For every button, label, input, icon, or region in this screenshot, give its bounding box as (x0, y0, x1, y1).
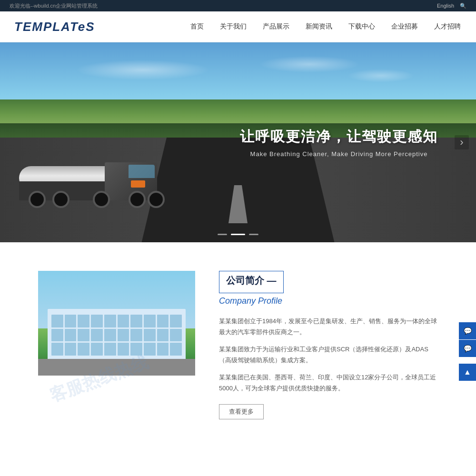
hero-title-zh: 让呼吸更洁净，让驾驶更感知 (240, 127, 438, 147)
window (78, 315, 89, 327)
hero-clouds (0, 47, 476, 104)
truck-wheel-3 (93, 191, 110, 208)
window (104, 329, 116, 342)
window (65, 343, 77, 356)
window (118, 343, 129, 356)
truck-wheel-5 (148, 191, 165, 208)
window (130, 315, 142, 327)
float-qq-button[interactable]: 💬 (459, 322, 476, 339)
window (78, 329, 89, 342)
window (144, 315, 156, 327)
window (157, 343, 169, 356)
company-desc-3: 某某集团已在美国、墨西哥、荷兰、印度、中国设立12家分子公司，全球员工近5000… (219, 372, 438, 394)
company-img-building (48, 309, 186, 361)
nav-products[interactable]: 产品展示 (262, 20, 290, 33)
window (51, 315, 63, 327)
window (170, 329, 182, 342)
back-to-top-button[interactable]: ▲ (459, 364, 476, 381)
company-img-windows (48, 309, 186, 361)
hero-banner: 让呼吸更洁净，让驾驶更感知 Make Breathing Cleaner, Ma… (0, 42, 476, 242)
window (65, 315, 77, 327)
nav-talent[interactable]: 人才招聘 (433, 20, 462, 33)
main-nav: 首页 关于我们 产品展示 新闻资讯 下载中心 企业招募 人才招聘 (189, 20, 462, 33)
nav-home[interactable]: 首页 (189, 20, 205, 33)
window (157, 315, 169, 327)
company-content: 公司简介 — Company Profile 某某集团创立于1984年，发展至今… (219, 271, 438, 419)
company-section: 公司简介 — Company Profile 某某集团创立于1984年，发展至今… (0, 242, 476, 448)
window (51, 343, 63, 356)
window (91, 315, 103, 327)
logo[interactable]: TEMPLATeS (14, 20, 95, 34)
truck-wheel-1 (29, 191, 46, 208)
truck-windshield (129, 165, 155, 178)
window (130, 329, 142, 342)
company-img-road (38, 359, 195, 376)
window (170, 315, 182, 327)
company-section-wrapper: 公司简介 — Company Profile 某某集团创立于1984年，发展至今… (0, 242, 476, 448)
window (51, 329, 63, 342)
float-wechat-button[interactable]: 💬 (459, 340, 476, 357)
window (144, 343, 156, 356)
window (170, 343, 182, 356)
company-desc-2: 某某集团致力于为运输行业和工业客户提供SCR（选择性催化还原）及ADAS（高级驾… (219, 344, 438, 366)
read-more-button[interactable]: 查看更多 (219, 404, 264, 419)
company-title-zh: 公司简介 — (226, 274, 277, 287)
welcome-text: 欢迎光临--wbuild.cn企业网站管理系统 (10, 2, 98, 10)
language-switch[interactable]: English (437, 3, 454, 9)
company-image (38, 271, 195, 376)
slider-dots (218, 234, 258, 235)
hero-title-en: Make Breathing Cleaner, Make Driving Mor… (240, 150, 438, 158)
nav-news[interactable]: 新闻资讯 (305, 20, 333, 33)
qq-icon: 💬 (464, 327, 472, 335)
window (78, 343, 89, 356)
search-icon[interactable]: 🔍 (460, 3, 466, 9)
float-buttons: 💬 💬 (459, 322, 476, 357)
window (118, 329, 129, 342)
slider-dot-1[interactable] (218, 234, 227, 235)
company-desc-1: 某某集团创立于1984年，发展至今已是集研发、生产、销售、服务为一体的全球最大的… (219, 316, 438, 338)
slider-dot-2[interactable] (231, 234, 245, 235)
window (130, 343, 142, 356)
nav-about[interactable]: 关于我们 (219, 20, 248, 33)
wechat-icon: 💬 (464, 345, 472, 352)
window (91, 329, 103, 342)
nav-download[interactable]: 下载中心 (347, 20, 376, 33)
hero-text: 让呼吸更洁净，让驾驶更感知 Make Breathing Cleaner, Ma… (240, 127, 438, 158)
slider-dot-3[interactable] (249, 234, 258, 235)
nav-recruit[interactable]: 企业招募 (390, 20, 419, 33)
slider-next-arrow[interactable]: › (455, 135, 469, 149)
window (144, 329, 156, 342)
window (118, 315, 129, 327)
truck-accent (131, 180, 145, 188)
window (65, 329, 77, 342)
back-top-icon: ▲ (464, 368, 471, 377)
truck-wheel-2 (52, 191, 69, 208)
top-bar-right: English 🔍 (437, 3, 466, 9)
section-title: 公司简介 — Company Profile (219, 271, 438, 306)
header: TEMPLATeS 首页 关于我们 产品展示 新闻资讯 下载中心 企业招募 人才… (0, 11, 476, 42)
truck-wheel-4 (129, 191, 146, 208)
window (91, 343, 103, 356)
window (104, 343, 116, 356)
window (104, 315, 116, 327)
top-bar: 欢迎光临--wbuild.cn企业网站管理系统 English 🔍 (0, 0, 476, 11)
company-title-en: Company Profile (219, 296, 438, 306)
window (157, 329, 169, 342)
